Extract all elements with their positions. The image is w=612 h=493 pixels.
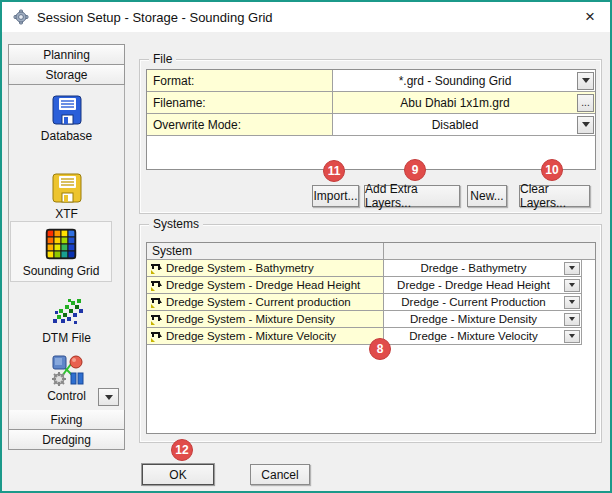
system-name: Dredge System - Dredge Head Height	[166, 279, 360, 291]
table-row: Dredge System - Dredge Head Height Dredg…	[147, 277, 582, 294]
layer-combo[interactable]: Dredge - Bathymetry	[384, 260, 582, 276]
filename-label: Filename:	[147, 92, 333, 113]
overwrite-mode-value: Disabled	[333, 118, 577, 132]
chevron-down-icon	[582, 78, 590, 83]
dredge-system-icon	[150, 279, 163, 292]
control-devices-icon	[50, 353, 84, 387]
session-setup-dialog: Session Setup - Storage - Sounding Grid …	[0, 0, 612, 493]
combo-dropdown-button[interactable]	[564, 279, 580, 292]
systems-group-title: Systems	[149, 217, 203, 231]
format-dropdown[interactable]: *.grd - Sounding Grid	[333, 70, 595, 91]
sidebar-item-label: Sounding Grid	[23, 264, 100, 278]
sidebar-icon-list: Database XTF	[8, 85, 125, 410]
file-settings-grid: Format: *.grd - Sounding Grid Filename: …	[146, 69, 596, 170]
callout-badge-10: 10	[541, 159, 563, 181]
filename-row: Filename: Abu Dhabi 1x1m.grd ...	[147, 92, 595, 114]
callout-badge-11: 11	[323, 160, 345, 182]
chevron-down-icon	[569, 300, 575, 304]
sidebar-item-planning[interactable]: Planning	[8, 44, 125, 65]
chevron-down-icon	[569, 334, 575, 338]
sidebar-item-sounding-grid[interactable]: Sounding Grid	[10, 221, 112, 282]
system-name: Dredge System - Current production	[166, 296, 351, 308]
clear-layers-button[interactable]: Clear Layers...	[519, 185, 590, 207]
systems-table: System Dredge System - Bathymetry Dredge…	[146, 242, 596, 434]
chevron-down-icon	[105, 395, 113, 400]
chevron-down-icon	[582, 122, 590, 127]
system-name: Dredge System - Mixture Velocity	[166, 330, 336, 342]
format-row: Format: *.grd - Sounding Grid	[147, 70, 595, 92]
dredge-system-icon	[150, 330, 163, 343]
layer-combo[interactable]: Dredge - Current Production	[384, 294, 582, 310]
app-gear-icon	[13, 9, 29, 25]
add-extra-layers-button[interactable]: Add Extra Layers...	[364, 185, 460, 207]
file-group-title: File	[149, 52, 176, 66]
layer-value: Dredge - Current Production	[384, 296, 563, 308]
floppy-yellow-icon	[50, 171, 84, 205]
sidebar-item-label: Control	[47, 389, 86, 403]
sidebar-item-database[interactable]: Database	[9, 93, 124, 143]
sidebar-item-label: DTM File	[42, 331, 91, 345]
format-value: *.grd - Sounding Grid	[333, 74, 577, 88]
window-title: Session Setup - Storage - Sounding Grid	[37, 10, 273, 25]
dtm-pixels-icon	[49, 295, 85, 329]
sidebar: Planning Storage	[8, 44, 125, 450]
layer-combo[interactable]: Dredge - Mixture Velocity	[384, 328, 582, 344]
sidebar-item-dredging[interactable]: Dredging	[8, 429, 125, 450]
system-name: Dredge System - Mixture Density	[166, 313, 335, 325]
filename-browse-button[interactable]: ...	[577, 94, 594, 112]
overwrite-dropdown-button[interactable]	[577, 116, 594, 134]
chevron-down-icon	[569, 317, 575, 321]
system-name-cell: Dredge System - Bathymetry	[147, 260, 384, 276]
dredge-system-icon	[150, 313, 163, 326]
callout-badge-9: 9	[404, 159, 426, 181]
layer-value: Dredge - Mixture Velocity	[384, 330, 563, 342]
combo-dropdown-button[interactable]	[564, 262, 580, 275]
cancel-button[interactable]: Cancel	[250, 464, 310, 485]
sidebar-scroll-down-button[interactable]	[98, 388, 119, 406]
layer-combo[interactable]: Dredge - Mixture Density	[384, 311, 582, 327]
sidebar-item-label: Database	[41, 129, 92, 143]
close-icon[interactable]: ×	[576, 4, 604, 30]
overwrite-mode-dropdown[interactable]: Disabled	[333, 114, 595, 135]
sidebar-item-dtm-file[interactable]: DTM File	[9, 295, 124, 345]
combo-dropdown-button[interactable]	[564, 296, 580, 309]
table-row: Dredge System - Mixture Velocity Dredge …	[147, 328, 582, 345]
system-name: Dredge System - Bathymetry	[166, 262, 314, 274]
overwrite-mode-row: Overwrite Mode: Disabled	[147, 114, 595, 136]
sidebar-item-storage[interactable]: Storage	[8, 64, 125, 85]
titlebar: Session Setup - Storage - Sounding Grid …	[2, 2, 610, 32]
system-name-cell: Dredge System - Current production	[147, 294, 384, 310]
table-row: Dredge System - Mixture Density Dredge -…	[147, 311, 582, 328]
system-name-cell: Dredge System - Dredge Head Height	[147, 277, 384, 293]
dredge-system-icon	[150, 296, 163, 309]
layer-combo[interactable]: Dredge - Dredge Head Height	[384, 277, 582, 293]
layer-value: Dredge - Dredge Head Height	[384, 279, 563, 291]
layer-value: Dredge - Mixture Density	[384, 313, 563, 325]
table-row: Dredge System - Current production Dredg…	[147, 294, 582, 311]
ok-button[interactable]: OK	[142, 464, 214, 485]
table-row: Dredge System - Bathymetry Dredge - Bath…	[147, 260, 582, 277]
rainbow-grid-icon	[43, 226, 79, 262]
filename-value: Abu Dhabi 1x1m.grd	[333, 96, 577, 110]
filename-field[interactable]: Abu Dhabi 1x1m.grd ...	[333, 92, 595, 113]
import-button[interactable]: Import...	[312, 185, 359, 207]
sidebar-item-fixing[interactable]: Fixing	[8, 409, 125, 430]
chevron-down-icon	[569, 266, 575, 270]
combo-dropdown-button[interactable]	[564, 313, 580, 326]
file-groupbox: File Format: *.grd - Sounding Grid Filen…	[139, 59, 602, 214]
layer-value: Dredge - Bathymetry	[384, 262, 563, 274]
combo-dropdown-button[interactable]	[564, 330, 580, 343]
callout-badge-12: 12	[171, 439, 193, 461]
new-button[interactable]: New...	[467, 185, 507, 207]
dredge-system-icon	[150, 262, 163, 275]
systems-groupbox: Systems System Dredge System - Bathymetr…	[139, 224, 602, 443]
chevron-down-icon	[569, 283, 575, 287]
callout-badge-8: 8	[369, 338, 391, 360]
format-dropdown-button[interactable]	[577, 72, 594, 90]
floppy-blue-icon	[50, 93, 84, 127]
sidebar-item-xtf[interactable]: XTF	[9, 171, 124, 221]
system-name-cell: Dredge System - Mixture Density	[147, 311, 384, 327]
dialog-body: Planning Storage	[2, 32, 610, 491]
system-name-cell: Dredge System - Mixture Velocity	[147, 328, 384, 344]
systems-table-header: System	[147, 243, 595, 260]
